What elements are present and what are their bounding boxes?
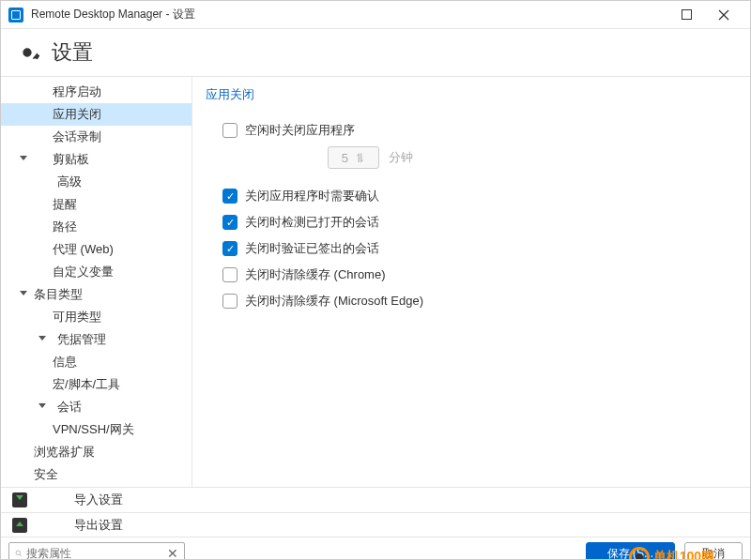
search-box[interactable]: ✕ [8,542,185,560]
sidebar-item-17[interactable]: 安全 [1,463,192,486]
svg-line-4 [20,554,22,556]
sidebar-item-7[interactable]: 代理 (Web) [1,238,192,261]
export-icon [12,518,27,533]
svg-rect-0 [682,10,691,20]
sidebar-item-3[interactable]: 剪贴板 [1,148,192,171]
sidebar-item-15[interactable]: VPN/SSH/网关 [1,418,192,441]
app-icon [8,8,23,23]
option-row-0: 空闲时关闭应用程序 [222,120,750,141]
option-label-2: 关闭时检测已打开的会话 [245,214,379,231]
checkbox-0[interactable] [222,123,238,138]
option-row-1: ✓关闭应用程序时需要确认 [222,186,750,206]
gear-icon [14,39,40,66]
import-settings-button[interactable]: 导入设置 [1,488,750,512]
footer: ✕ 保存 (S... 取消 单机100网 [1,537,750,560]
option-row-4: 关闭时清除缓存 (Chrome) [222,265,750,285]
section-title: 应用关闭 [206,86,750,103]
option-label-5: 关闭时清除缓存 (Microsoft Edge) [245,293,423,310]
option-row-2: ✓关闭时检测已打开的会话 [222,212,750,233]
checkbox-5[interactable] [222,294,238,309]
close-button[interactable] [705,2,743,28]
search-icon [15,547,23,560]
sidebar-item-11[interactable]: 凭据管理 [1,328,192,351]
option-row-3: ✓关闭时验证已签出的会话 [222,238,750,259]
save-button[interactable]: 保存 (S... [586,542,675,560]
maximize-button[interactable] [667,2,705,28]
titlebar: Remote Desktop Manager - 设置 [1,1,750,29]
checkbox-4[interactable] [222,267,238,282]
option-label-4: 关闭时清除缓存 (Chrome) [245,266,386,283]
checkbox-2[interactable]: ✓ [222,215,238,230]
page-title: 设置 [52,38,93,67]
sidebar-item-2[interactable]: 会话录制 [1,126,192,148]
option-row-5: 关闭时清除缓存 (Microsoft Edge) [222,291,750,311]
sidebar-item-12[interactable]: 信息 [1,351,192,373]
spinner-unit: 分钟 [389,149,413,166]
sidebar-item-14[interactable]: 会话 [1,396,192,418]
option-label-0: 空闲时关闭应用程序 [245,122,355,139]
import-icon [12,492,27,507]
idle-timeout-spinner[interactable]: 5 ⥮ [328,146,379,169]
svg-point-3 [16,551,21,555]
sidebar-item-10[interactable]: 可用类型 [1,306,192,328]
export-settings-button[interactable]: 导出设置 [1,512,750,537]
import-label: 导入设置 [74,492,123,508]
sidebar-item-0[interactable]: 程序启动 [1,81,192,103]
window-title: Remote Desktop Manager - 设置 [31,7,667,23]
sidebar-item-13[interactable]: 宏/脚本/工具 [1,373,192,396]
sidebar-item-9[interactable]: 条目类型 [1,283,192,306]
search-input[interactable] [26,547,167,560]
checkbox-1[interactable]: ✓ [222,189,238,204]
checkbox-3[interactable]: ✓ [222,241,238,256]
sidebar-item-1[interactable]: 应用关闭 [1,103,192,126]
sidebar-item-6[interactable]: 路径 [1,216,192,238]
idle-timeout-row: 5 ⥮分钟 [328,146,750,169]
export-label: 导出设置 [74,517,123,534]
clear-search-icon[interactable]: ✕ [167,546,178,560]
sidebar-item-8[interactable]: 自定义变量 [1,261,192,283]
import-export-section: 导入设置 导出设置 [1,487,750,537]
settings-main: 应用关闭 空闲时关闭应用程序5 ⥮分钟✓关闭应用程序时需要确认✓关闭时检测已打开… [192,76,750,487]
sidebar-item-5[interactable]: 提醒 [1,193,192,216]
option-label-1: 关闭应用程序时需要确认 [245,188,379,204]
option-label-3: 关闭时验证已签出的会话 [245,240,379,257]
sidebar-item-4[interactable]: 高级 [1,171,192,193]
sidebar-item-16[interactable]: 浏览器扩展 [1,441,192,463]
page-header: 设置 [1,29,750,76]
cancel-button[interactable]: 取消 [684,542,743,560]
settings-sidebar: 程序启动应用关闭会话录制剪贴板高级提醒路径代理 (Web)自定义变量条目类型可用… [1,76,192,487]
